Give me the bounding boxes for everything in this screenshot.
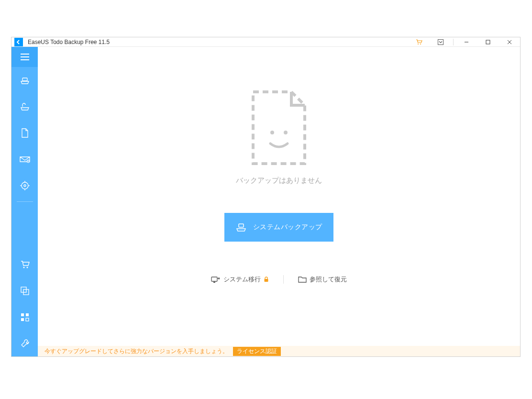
system-backup-button-icon [236, 222, 246, 232]
svg-rect-29 [239, 224, 244, 227]
svg-rect-10 [22, 78, 27, 81]
svg-point-28 [284, 131, 288, 134]
titlebar-separator [453, 39, 454, 45]
sidebar [11, 47, 38, 356]
system-transfer-label: システム移行 [223, 275, 261, 284]
svg-rect-26 [26, 318, 29, 321]
svg-point-14 [24, 185, 26, 187]
svg-rect-2 [438, 39, 443, 44]
system-backup-icon[interactable] [11, 93, 38, 120]
upgrade-banner: 今すぐアップグレードしてさらに強力なバージョンを入手しましょう。 ライセンス認証 [38, 346, 520, 356]
transfer-icon [211, 276, 221, 283]
svg-rect-24 [26, 313, 29, 316]
svg-point-20 [26, 266, 28, 268]
browse-restore-button[interactable]: 参照して復元 [298, 275, 347, 284]
svg-rect-31 [213, 282, 215, 283]
empty-document-icon [248, 87, 310, 168]
lock-icon [264, 277, 269, 282]
body: バックアップはありません システムバックアップ システム移行 [11, 47, 520, 356]
empty-state-text: バックアップはありません [236, 176, 322, 185]
system-transfer-button[interactable]: システム移行 [211, 275, 269, 284]
svg-point-13 [22, 182, 28, 189]
svg-point-11 [27, 160, 30, 163]
svg-point-27 [270, 131, 274, 134]
system-backup-button-label: システムバックアップ [253, 223, 322, 232]
sidebar-divider [17, 201, 33, 202]
app-logo-icon [14, 38, 23, 46]
dropdown-icon[interactable] [430, 37, 451, 46]
window-title: EaseUS Todo Backup Free 11.5 [28, 39, 110, 45]
hamburger-menu-icon[interactable] [11, 47, 38, 67]
svg-point-1 [420, 44, 421, 44]
main-content: バックアップはありません システムバックアップ システム移行 [38, 47, 520, 356]
shop-icon[interactable] [11, 251, 38, 277]
svg-point-0 [418, 44, 419, 44]
secondary-actions: システム移行 参照して復元 [211, 275, 347, 284]
titlebar: EaseUS Todo Backup Free 11.5 [11, 37, 520, 47]
hero-area: バックアップはありません システムバックアップ システム移行 [38, 87, 520, 284]
maximize-button[interactable] [477, 37, 499, 46]
svg-rect-32 [265, 279, 268, 282]
svg-point-19 [23, 266, 24, 268]
disk-backup-icon[interactable] [11, 67, 38, 93]
browse-restore-label: 参照して復元 [310, 275, 347, 284]
close-button[interactable] [499, 37, 520, 46]
smart-backup-icon[interactable] [11, 172, 38, 199]
mail-backup-icon[interactable] [11, 146, 38, 172]
tools-icon[interactable] [11, 330, 38, 356]
svg-rect-23 [21, 313, 24, 316]
file-backup-icon[interactable] [11, 120, 38, 146]
system-backup-button[interactable]: システムバックアップ [224, 213, 333, 242]
license-button[interactable]: ライセンス認証 [233, 347, 281, 356]
folder-icon [298, 276, 307, 283]
minimize-button[interactable] [455, 37, 477, 46]
app-window: EaseUS Todo Backup Free 11.5 [11, 37, 521, 357]
apps-icon[interactable] [11, 304, 38, 330]
svg-rect-25 [21, 318, 24, 321]
cart-icon[interactable] [408, 37, 430, 46]
svg-rect-4 [486, 40, 490, 44]
secondary-divider [283, 275, 284, 284]
titlebar-controls [408, 37, 520, 46]
clone-icon[interactable] [11, 277, 38, 304]
svg-rect-30 [211, 277, 217, 281]
upgrade-text: 今すぐアップグレードしてさらに強力なバージョンを入手しましょう。 [44, 347, 228, 355]
